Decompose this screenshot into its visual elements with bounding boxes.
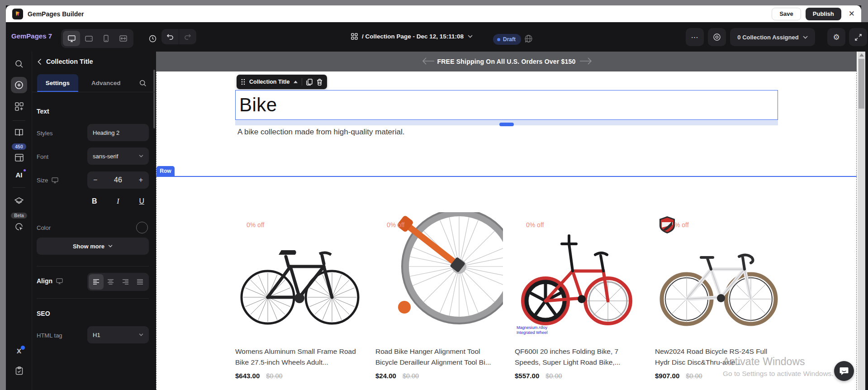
panel-search-button[interactable]	[139, 74, 147, 92]
ai-icon: AI	[16, 171, 23, 179]
html-tag-dropdown[interactable]: H1	[87, 326, 149, 343]
panel-scrollbar[interactable]	[153, 70, 155, 128]
trash-icon[interactable]	[317, 79, 323, 86]
align-justify-button[interactable]	[133, 274, 148, 290]
align-center-button[interactable]	[104, 274, 119, 290]
redo-button[interactable]	[179, 29, 196, 44]
product-image[interactable]: 0% off	[515, 212, 642, 337]
product-title[interactable]: Womens Aluminum Small Frame Road Bike 27…	[235, 346, 358, 368]
chevron-down-icon	[468, 35, 473, 38]
device-desktop-button[interactable]	[63, 31, 80, 46]
device-responsive-button[interactable]	[114, 31, 132, 46]
element-toolbar: Collection Title	[237, 75, 327, 89]
layers-button[interactable]	[6, 197, 32, 205]
styles-field[interactable]: Heading 2	[87, 124, 149, 141]
search-icon	[15, 60, 24, 68]
row-outline-top	[156, 176, 857, 177]
align-label: Align	[37, 277, 52, 285]
brand-shield-icon	[659, 216, 676, 234]
search-sidebar-button[interactable]	[6, 60, 32, 68]
desktop-scope-icon	[56, 278, 63, 284]
banner-prev-arrow-icon[interactable]	[422, 57, 435, 66]
clipboard-icon	[15, 366, 23, 375]
drag-handle-icon[interactable]	[241, 79, 245, 85]
scrollbar-up-arrow[interactable]	[859, 53, 864, 57]
italic-button[interactable]: I	[117, 197, 119, 205]
brand-label: GemPages 7	[11, 32, 52, 40]
add-element-button[interactable]	[6, 77, 32, 93]
tab-advanced[interactable]: Advanced	[91, 74, 121, 92]
globe-icon[interactable]	[524, 34, 533, 43]
left-icon-rail: 450 AI Beta x	[6, 52, 32, 390]
device-switcher	[61, 29, 133, 48]
history-icon[interactable]	[144, 31, 161, 46]
tab-settings[interactable]: Settings	[37, 74, 78, 92]
product-card[interactable]: 0% off	[375, 212, 503, 380]
publish-button[interactable]: Publish	[806, 8, 841, 20]
chevron-down-icon	[108, 245, 113, 247]
fullscreen-button[interactable]	[849, 28, 867, 46]
live-chat-button[interactable]	[834, 361, 854, 381]
chevron-down-icon	[139, 155, 143, 157]
show-more-button[interactable]: Show more	[37, 238, 149, 255]
product-title[interactable]: Road Bike Hanger Alignment Tool Bicycle …	[375, 346, 498, 368]
font-dropdown[interactable]: sans-serif	[87, 147, 149, 165]
chevron-up-icon[interactable]	[294, 81, 298, 83]
align-left-button[interactable]	[89, 274, 104, 290]
pages-button[interactable]	[6, 128, 32, 137]
canvas-scrollbar[interactable]	[858, 52, 865, 390]
duplicate-icon[interactable]	[306, 79, 313, 86]
row-label-tab[interactable]: Row	[157, 166, 175, 176]
back-chevron-icon[interactable]	[38, 58, 42, 65]
scrollbar-thumb[interactable]	[859, 59, 864, 109]
ai-assistant-button[interactable]: AI	[6, 171, 32, 179]
collection-description[interactable]: A bike collection made from high-quality…	[237, 128, 404, 137]
gempages-logo-icon	[12, 9, 23, 19]
more-options-button[interactable]: ⋯	[686, 28, 704, 46]
banner-next-arrow-icon[interactable]	[579, 57, 592, 66]
device-tablet-button[interactable]	[80, 31, 97, 46]
undo-button[interactable]	[161, 29, 179, 44]
close-icon[interactable]: ✕	[849, 9, 855, 19]
padding-drag-handle[interactable]	[499, 123, 514, 126]
pages-grid-icon	[351, 33, 358, 40]
save-button[interactable]: Save	[772, 8, 801, 20]
pages-book-icon	[14, 128, 24, 137]
add-section-button[interactable]	[6, 102, 32, 111]
announcement-banner[interactable]: FREE Shipping On All U.S. Orders Over $1…	[156, 52, 857, 71]
interaction-beta-button[interactable]	[6, 223, 32, 231]
size-plus-button[interactable]: +	[139, 176, 143, 184]
templates-button[interactable]	[6, 154, 32, 162]
product-card[interactable]: 0% off	[515, 212, 642, 380]
x-integration-button[interactable]: x	[6, 346, 32, 356]
color-swatch[interactable]	[136, 222, 148, 233]
product-image[interactable]: % off	[655, 212, 783, 337]
underline-button[interactable]: U	[139, 197, 144, 205]
collection-title-element[interactable]: Bike	[235, 90, 778, 120]
preview-button[interactable]	[708, 28, 726, 46]
collection-heading[interactable]: Bike	[239, 94, 277, 116]
html-tag-label: HTML tag	[37, 332, 62, 339]
product-compare-price: $0.00	[266, 372, 282, 380]
collection-assigned-dropdown[interactable]: 0 Collection Assigned	[730, 28, 815, 46]
product-card[interactable]: 0% off	[235, 212, 363, 380]
checklist-button[interactable]	[6, 366, 32, 375]
product-title[interactable]: QF600I 20 inches Folding Bike, 7 Speeds,…	[515, 346, 638, 368]
product-card[interactable]: % off	[655, 212, 783, 380]
activate-windows-watermark: Activate Windows	[723, 356, 805, 368]
size-value[interactable]: 46	[114, 176, 122, 184]
size-stepper[interactable]: − 46 +	[87, 171, 149, 189]
bike-image-black-mountain	[235, 212, 363, 337]
breadcrumb[interactable]: / Collection Page - Dec 12, 15:11:08	[351, 33, 473, 40]
product-image[interactable]: 0% off	[375, 212, 503, 337]
product-image[interactable]: 0% off	[235, 212, 363, 337]
device-mobile-button[interactable]	[97, 31, 114, 46]
align-right-button[interactable]	[118, 274, 133, 290]
chat-bubble-icon	[839, 366, 849, 376]
product-price: $643.00	[235, 372, 260, 380]
size-minus-button[interactable]: −	[93, 176, 97, 184]
window-surround-left	[0, 5, 6, 390]
settings-gear-button[interactable]: ⚙	[827, 28, 845, 46]
app-title: GemPages Builder	[28, 10, 84, 18]
bold-button[interactable]: B	[92, 197, 97, 205]
